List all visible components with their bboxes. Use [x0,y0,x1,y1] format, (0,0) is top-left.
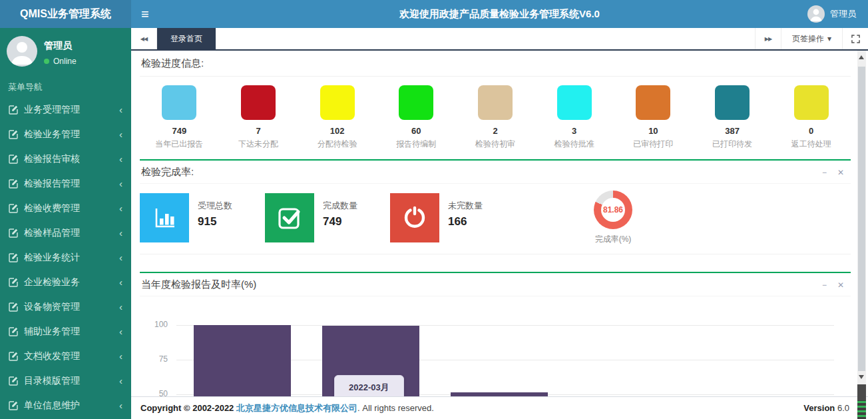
sidebar-item-label: 检验样品管理 [24,227,80,239]
sidebar-item-label: 企业检验业务 [24,276,80,288]
welcome-title: 欢迎使用政捷产品质量检验业务管理系统V6.0 [131,0,868,28]
chevron-left-icon: ‹ [119,179,122,189]
edit-icon [9,253,18,262]
sidebar-avatar-icon [7,36,37,67]
sidebar-menu-item[interactable]: 设备物资管理 ‹ [0,294,131,319]
progress-tiles: 749 当年已出报告 7 下达未分配 102 分配待检验 60 报告待编制 2 … [140,77,851,159]
sidebar-menu-item[interactable]: 业务受理管理 ‹ [0,97,131,122]
scroll-down-icon[interactable] [859,375,864,379]
chevron-left-icon: ‹ [119,302,122,312]
tabs-scroll-right-icon[interactable]: ▶▶ [755,28,781,49]
chart-plot: 2022-03月 及时率: 99.31 [176,300,834,396]
sidebar-menu-item[interactable]: 检验业务统计 ‹ [0,245,131,270]
sidebar-menu-item[interactable]: 检验报告审核 ‹ [0,147,131,171]
tile-value: 2 [456,126,535,136]
tab-home[interactable]: 登录首页 [157,28,216,49]
sidebar-user-status: Online [44,57,77,66]
bar-chart-icon [140,193,189,242]
stat-card-total[interactable]: 受理总数 915 [140,193,257,242]
sidebar-menu-item[interactable]: 目录模版管理 ‹ [0,368,131,393]
tabs-scroll-left-icon[interactable]: ◀◀ [131,28,157,49]
sidebar-menu-item[interactable]: 检验收费管理 ‹ [0,196,131,220]
user-avatar-icon [807,5,825,23]
edit-icon [9,105,18,115]
sidebar-toggle-icon[interactable]: ≡ [131,0,159,28]
progress-section-title: 检验进度信息: [140,51,851,77]
rights-text: . All rights reserved. [357,403,434,413]
vertical-scrollbar[interactable] [857,51,866,419]
scroll-up-icon[interactable] [859,55,864,59]
power-icon [390,193,439,242]
close-icon[interactable]: ✕ [837,169,844,177]
close-icon[interactable]: ✕ [837,281,844,289]
caret-down-icon: ▾ [827,34,831,43]
copyright-text: Copyright © 2002-2022 [140,403,234,413]
tile-label: 已打印待发 [693,139,772,150]
progress-tile: 3 检验待批准 [535,85,614,150]
chevron-left-icon: ‹ [119,228,122,238]
sidebar-menu-item[interactable]: 检验样品管理 ‹ [0,220,131,245]
chart-area: 2022-03月 及时率: 99.31 100755025 [140,300,851,396]
tile-box[interactable] [162,85,196,120]
sidebar-menu-item[interactable]: 检验业务管理 ‹ [0,122,131,147]
sidebar-item-label: 检验报告审核 [24,153,80,165]
edit-icon [9,327,18,336]
stat-card-done[interactable]: 完成数量 749 [265,193,382,242]
sidebar-nav-header: 菜单导航 [0,72,131,97]
sidebar-menu-item[interactable]: 文档收发管理 ‹ [0,344,131,368]
tile-value: 7 [219,126,298,136]
timeliness-panel: 当年度检验报告及时率(%) − ✕ 2022-03月 及时率: 99.31 10… [140,272,851,396]
user-name: 管理员 [830,8,856,20]
chart-title: 当年度检验报告及时率(%) [141,278,256,291]
chevron-left-icon: ‹ [119,105,122,115]
user-menu[interactable]: 管理员 [795,0,868,28]
sidebar-user-panel: 管理员 Online [0,28,131,72]
tile-box[interactable] [399,85,433,120]
chart-bar[interactable] [194,325,291,396]
minimize-icon[interactable]: − [822,281,827,289]
chart-tooltip: 2022-03月 及时率: 99.31 [334,375,404,396]
sidebar-menu-item[interactable]: 企业检验业务 ‹ [0,270,131,294]
tile-box[interactable] [715,85,750,120]
chevron-left-icon: ‹ [119,129,122,139]
progress-section: 检验进度信息: 749 当年已出报告 7 下达未分配 102 分配待检验 60 … [140,51,851,159]
donut-label: 完成率(%) [594,234,632,245]
tile-box[interactable] [241,85,276,120]
tile-value: 60 [377,126,456,136]
fullscreen-icon[interactable] [842,28,868,49]
tile-value: 749 [140,126,219,136]
tile-box[interactable] [794,85,829,120]
tile-value: 387 [693,126,772,136]
minimize-icon[interactable]: − [822,169,827,177]
tile-box[interactable] [636,85,670,120]
stat-card-remaining[interactable]: 未完数量 166 [390,193,507,242]
sidebar-menu-item[interactable]: 检验报告管理 ‹ [0,171,131,196]
tile-label: 下达未分配 [219,139,298,150]
stat-label: 未完数量 [448,200,483,212]
progress-tile: 749 当年已出报告 [140,85,219,150]
sidebar-menu-item[interactable]: 单位信息维护 ‹ [0,393,131,418]
tile-label: 已审待打印 [614,139,693,150]
completion-stats: 受理总数 915 完成数量 749 [140,184,851,254]
tooltip-title: 2022-03月 [345,382,393,394]
scrollbar-thumb[interactable] [858,67,865,371]
page-content: 检验进度信息: 749 当年已出报告 7 下达未分配 102 分配待检验 60 … [131,51,868,396]
check-square-icon [265,193,314,242]
tile-box[interactable] [320,85,355,120]
sidebar-menu-item[interactable]: 辅助业务管理 ‹ [0,319,131,344]
tab-operations-dropdown[interactable]: 页签操作 ▾ [781,28,842,49]
tile-label: 分配待检验 [298,139,377,150]
tile-box[interactable] [478,85,513,120]
sidebar-item-label: 目录模版管理 [24,375,80,387]
sidebar-user-name: 管理员 [44,40,77,52]
app-brand: QMIS业务管理系统 [0,0,131,28]
chart-bar[interactable] [451,392,548,396]
progress-tile: 0 返工待处理 [771,85,851,150]
tab-operations-label: 页签操作 [792,33,824,45]
company-link[interactable]: 北京星捷方优信息技术有限公司 [236,403,357,413]
scrollbar-handle[interactable] [857,384,866,419]
chevron-left-icon: ‹ [119,203,122,213]
tile-label: 报告待编制 [377,139,456,150]
tile-box[interactable] [557,85,592,120]
progress-tile: 60 报告待编制 [377,85,456,150]
